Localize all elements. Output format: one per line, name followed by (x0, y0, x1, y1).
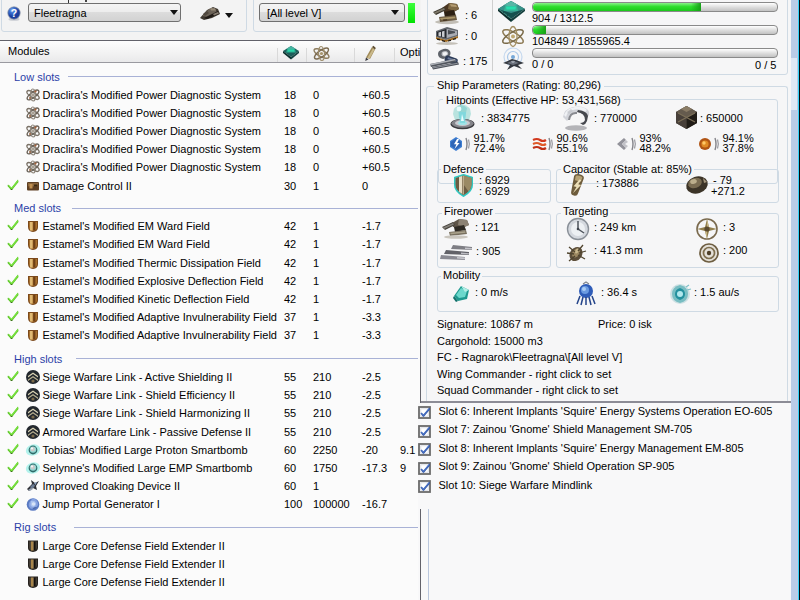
svg-text:?: ? (11, 6, 17, 18)
